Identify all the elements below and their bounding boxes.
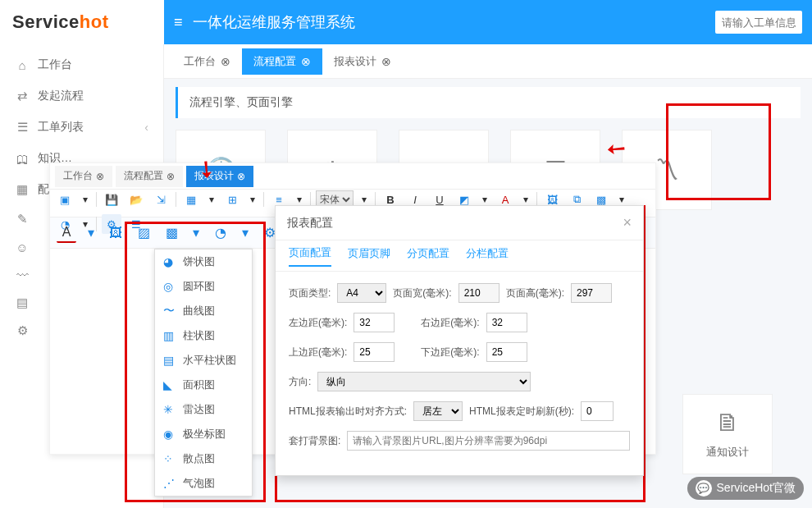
header-title: 一体化运维服务管理系统 [193,12,715,32]
sidebar-item-label: 工单列表 [38,120,84,135]
image-icon[interactable]: 🖼 [106,223,125,243]
designer-tab-flow[interactable]: 流程配置⊗ [116,166,183,187]
table-icon[interactable]: ▦ [181,190,201,209]
dropdown-caret-icon[interactable]: ▾ [189,223,203,243]
field-label: 套打背景图: [289,434,340,448]
modal-tab-columns[interactable]: 分栏配置 [466,246,509,266]
field-label: HTML报表定时刷新(秒): [469,405,574,419]
dropdown-caret-icon[interactable]: ▾ [239,223,252,243]
separator [96,192,97,207]
separator [263,192,264,207]
rows-icon: ▤ [15,295,30,310]
close-icon[interactable]: ⊗ [167,171,175,182]
margin-left-input[interactable] [354,313,395,332]
field-label: 页面高(毫米): [506,286,564,300]
close-icon[interactable]: ⊗ [96,171,104,182]
font-color-icon[interactable]: A [57,223,76,243]
sidebar-item-ticketlist[interactable]: ☰工单列表‹ [0,112,163,143]
dropdown-caret-icon[interactable]: ▾ [247,190,258,209]
bar-icon: ▥ [163,329,176,342]
background-url-input[interactable] [347,431,630,451]
sidebar-item-workbench[interactable]: ⌂工作台 [0,49,163,80]
sidebar-item-startflow[interactable]: ⇄发起流程 [0,80,163,112]
tab-workbench[interactable]: 工作台⊗ [172,48,242,75]
modal-tab-paging[interactable]: 分页配置 [407,246,449,266]
list-icon: ☰ [15,120,30,135]
page-height-input[interactable] [571,283,612,303]
close-icon[interactable]: ⊗ [221,55,230,68]
user-icon: ☺ [15,240,30,254]
page-width-input[interactable] [458,283,500,303]
dropdown-caret-icon[interactable]: ▾ [80,190,91,209]
page-type-select[interactable]: A4 [337,283,386,303]
trend-icon: 〽 [655,156,679,184]
chart-menu-bar[interactable]: ▥柱状图 [155,323,252,348]
main-tabs: 工作台⊗ 流程配置⊗ 报表设计⊗ [164,44,812,79]
margin-top-input[interactable] [354,342,395,362]
modal-tab-page[interactable]: 页面配置 [289,245,331,267]
merge-icon[interactable]: ⊞ [222,190,242,209]
modal-tab-headerfooter[interactable]: 页眉页脚 [348,246,390,266]
tab-label: 报表设计 [334,54,376,69]
sidebar-item-label: 工作台 [38,57,72,72]
grid-icon: ⌂ [15,58,30,72]
chart-menu-donut[interactable]: ◎圆环图 [155,274,252,299]
import-icon[interactable]: ⇲ [151,190,171,209]
chart-menu-scatter[interactable]: ⁘散点图 [155,446,252,471]
hamburger-icon[interactable]: ≡ [174,14,183,31]
picture-icon[interactable]: ▨ [134,223,153,243]
margin-right-input[interactable] [486,313,527,332]
chart-menu-radar[interactable]: ✳雷达图 [155,397,252,422]
report-config-modal: 报表配置 × 页面配置 页眉页脚 分页配置 分栏配置 页面类型: A4 页面宽(… [275,205,644,476]
close-icon[interactable]: × [623,214,632,231]
branch-icon: ⇄ [15,89,30,103]
gear-icon: ⚙ [15,323,30,338]
chart-menu-icon[interactable]: ◔ [211,223,230,243]
open-icon[interactable]: 📂 [126,190,146,209]
card-notification-design[interactable]: 🗎 通知设计 [682,394,773,474]
dropdown-caret-icon[interactable]: ▾ [206,190,217,209]
menu-item-label: 雷达图 [183,402,215,417]
chart-menu-bubble[interactable]: ⋰气泡图 [155,471,252,496]
designer-tab-report[interactable]: 报表设计⊗ [186,166,253,187]
field-label: 左边距(毫米): [289,316,347,330]
tab-label: 报表设计 [194,169,234,183]
refresh-interval-input[interactable] [581,401,614,421]
edit-icon: ✎ [15,212,30,227]
wechat-watermark: 💬 ServiceHot官微 [687,477,804,500]
close-icon[interactable]: ⊗ [301,55,311,68]
menu-item-label: 散点图 [183,451,215,466]
separator [176,192,176,207]
chart-menu-pie[interactable]: ◕饼状图 [155,249,252,274]
tab-label: 工作台 [184,54,216,69]
close-icon[interactable]: ⊗ [237,171,245,182]
tab-label: 工作台 [63,169,93,183]
tab-reportdesign[interactable]: 报表设计⊗ [322,48,403,75]
sidebar-item-label: 发起流程 [38,89,84,103]
wechat-label: ServiceHot官微 [717,481,796,496]
orientation-select[interactable]: 纵向 [317,372,531,391]
margin-bottom-input[interactable] [486,342,527,362]
chart-menu-curve[interactable]: 〜曲线图 [155,299,252,323]
scatter-icon: ⁘ [163,452,176,465]
search-input-wrap[interactable] [715,11,802,34]
modal-title: 报表配置 [287,216,333,231]
html-align-select[interactable]: 居左 [413,401,463,421]
menu-item-label: 气泡图 [183,476,215,491]
chart-menu-area[interactable]: ◣面积图 [155,373,252,397]
menu-item-label: 圆环图 [183,279,215,294]
preview-icon[interactable]: ▣ [55,190,75,209]
field-label: 页面宽(毫米): [393,286,451,300]
tab-label: 流程配置 [124,169,163,183]
save-icon[interactable]: 💾 [102,190,121,209]
chart-menu-polar[interactable]: ◉极坐标图 [155,422,252,446]
designer-tab-workbench[interactable]: 工作台⊗ [55,166,112,187]
chart-menu-hbar[interactable]: ▤水平柱状图 [155,348,252,373]
menu-item-label: 曲线图 [183,304,215,318]
polar-icon: ◉ [163,428,176,441]
tab-flowconfig[interactable]: 流程配置⊗ [242,48,322,75]
close-icon[interactable]: ⊗ [381,55,391,68]
dropdown-caret-icon[interactable]: ▾ [84,223,98,243]
search-input[interactable] [722,16,796,29]
qrcode-icon[interactable]: ▩ [162,223,181,243]
